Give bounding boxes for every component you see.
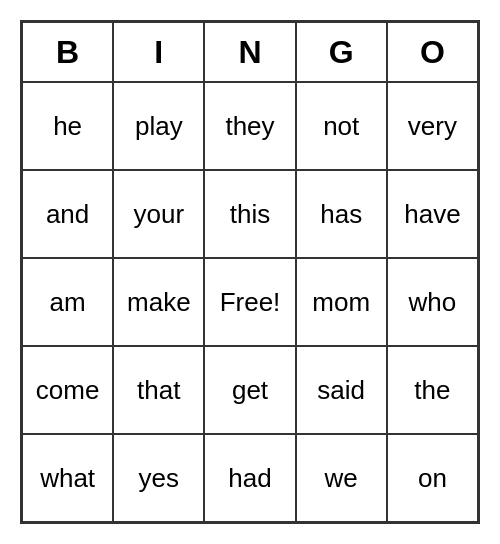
cell-4-4: said — [296, 346, 387, 434]
row-1: he play they not very — [22, 82, 478, 170]
cell-4-1: come — [22, 346, 113, 434]
cell-1-1: he — [22, 82, 113, 170]
header-row: B I N G O — [22, 22, 478, 82]
cell-5-1: what — [22, 434, 113, 522]
cell-1-5: very — [387, 82, 478, 170]
cell-3-1: am — [22, 258, 113, 346]
row-3: am make Free! mom who — [22, 258, 478, 346]
cell-5-4: we — [296, 434, 387, 522]
cell-5-5: on — [387, 434, 478, 522]
cell-2-4: has — [296, 170, 387, 258]
cell-3-2: make — [113, 258, 204, 346]
cell-5-3: had — [204, 434, 295, 522]
header-o: O — [387, 22, 478, 82]
cell-1-3: they — [204, 82, 295, 170]
cell-2-1: and — [22, 170, 113, 258]
header-g: G — [296, 22, 387, 82]
header-b: B — [22, 22, 113, 82]
row-4: come that get said the — [22, 346, 478, 434]
cell-3-4: mom — [296, 258, 387, 346]
cell-2-5: have — [387, 170, 478, 258]
header-n: N — [204, 22, 295, 82]
cell-3-3-free: Free! — [204, 258, 295, 346]
cell-4-2: that — [113, 346, 204, 434]
cell-1-2: play — [113, 82, 204, 170]
cell-4-3: get — [204, 346, 295, 434]
cell-4-5: the — [387, 346, 478, 434]
cell-3-5: who — [387, 258, 478, 346]
header-i: I — [113, 22, 204, 82]
cell-2-3: this — [204, 170, 295, 258]
bingo-card: B I N G O he play they not very — [20, 20, 480, 524]
cell-5-2: yes — [113, 434, 204, 522]
cell-1-4: not — [296, 82, 387, 170]
row-2: and your this has have — [22, 170, 478, 258]
cell-2-2: your — [113, 170, 204, 258]
row-5: what yes had we on — [22, 434, 478, 522]
